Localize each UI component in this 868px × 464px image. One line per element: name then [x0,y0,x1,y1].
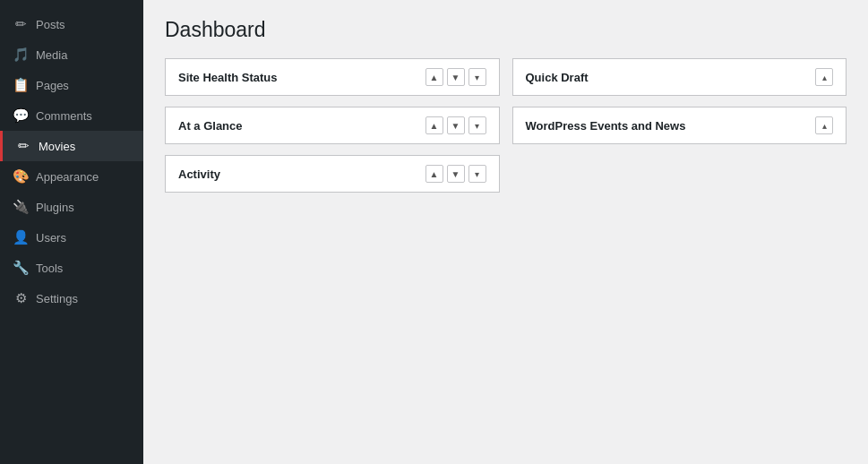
sidebar-item-posts[interactable]: ✏ Posts [0,9,143,39]
widget-up-at-a-glance[interactable]: ▲ [425,116,443,134]
widget-controls-wp-events: ▴ [815,116,833,134]
users-icon: 👤 [13,229,29,245]
sidebar-item-movies[interactable]: ✏ Movies [0,131,143,161]
media-icon: 🎵 [13,47,29,63]
widget-activity: Activity ▲ ▼ ▾ [165,155,500,193]
pages-icon: 📋 [13,77,29,93]
sidebar-label-appearance: Appearance [36,170,99,184]
widget-title-at-a-glance: At a Glance [178,119,243,133]
sidebar-label-posts: Posts [36,18,65,31]
widget-down-site-health[interactable]: ▼ [447,68,465,86]
widget-title-wp-events: WordPress Events and News [526,119,686,133]
sidebar-item-tools[interactable]: 🔧 Tools [0,253,143,283]
widget-down-at-a-glance[interactable]: ▼ [447,116,465,134]
sidebar-item-settings[interactable]: ⚙ Settings [0,283,143,314]
widget-toggle-activity[interactable]: ▾ [468,165,486,183]
sidebar-label-tools: Tools [36,262,63,275]
widget-title-site-health: Site Health Status [178,71,278,84]
tools-icon: 🔧 [13,260,29,276]
sidebar-label-media: Media [36,48,67,62]
sidebar-item-users[interactable]: 👤 Users [0,222,143,253]
sidebar-label-comments: Comments [36,109,92,123]
sidebar-label-pages: Pages [36,79,69,92]
sidebar-item-comments[interactable]: 💬 Comments [0,100,143,131]
widget-controls-activity: ▲ ▼ ▾ [425,165,486,183]
appearance-icon: 🎨 [13,168,29,185]
widget-toggle-wp-events[interactable]: ▴ [815,116,833,134]
sidebar-label-plugins: Plugins [36,201,74,214]
settings-icon: ⚙ [13,290,29,306]
widget-controls-site-health: ▲ ▼ ▾ [425,68,486,86]
widget-controls-at-a-glance: ▲ ▼ ▾ [425,116,486,134]
sidebar-label-settings: Settings [36,292,78,305]
widget-column-right: Quick Draft ▴ WordPress Events and News … [512,58,847,203]
widget-wp-events: WordPress Events and News ▴ [512,107,847,144]
page-title: Dashboard [165,18,847,42]
posts-icon: ✏ [13,16,29,32]
widget-up-site-health[interactable]: ▲ [425,68,443,86]
widget-up-activity[interactable]: ▲ [425,165,443,183]
movies-icon: ✏ [15,138,31,154]
widget-title-quick-draft: Quick Draft [526,71,589,84]
main-content: Dashboard Site Health Status ▲ ▼ ▾ At a … [143,0,868,464]
widget-toggle-quick-draft[interactable]: ▴ [815,68,833,86]
widget-toggle-site-health[interactable]: ▾ [468,68,486,86]
sidebar-item-pages[interactable]: 📋 Pages [0,70,143,100]
widget-grid: Site Health Status ▲ ▼ ▾ At a Glance ▲ ▼… [165,58,847,203]
widget-controls-quick-draft: ▴ [815,68,833,86]
widget-toggle-at-a-glance[interactable]: ▾ [468,116,486,134]
widget-quick-draft: Quick Draft ▴ [512,58,847,96]
sidebar-label-movies: Movies [39,140,75,153]
plugins-icon: 🔌 [13,199,29,215]
widget-at-a-glance: At a Glance ▲ ▼ ▾ [165,107,500,144]
sidebar-item-plugins[interactable]: 🔌 Plugins [0,192,143,222]
widget-site-health: Site Health Status ▲ ▼ ▾ [165,58,500,96]
sidebar-label-users: Users [36,231,66,245]
widget-column-left: Site Health Status ▲ ▼ ▾ At a Glance ▲ ▼… [165,58,500,203]
widget-down-activity[interactable]: ▼ [447,165,465,183]
sidebar-item-media[interactable]: 🎵 Media [0,39,143,70]
comments-icon: 💬 [13,107,29,124]
sidebar: ✏ Posts 🎵 Media 📋 Pages 💬 Comments ✏ Mov… [0,0,143,464]
widget-title-activity: Activity [178,168,220,181]
sidebar-item-appearance[interactable]: 🎨 Appearance [0,161,143,192]
